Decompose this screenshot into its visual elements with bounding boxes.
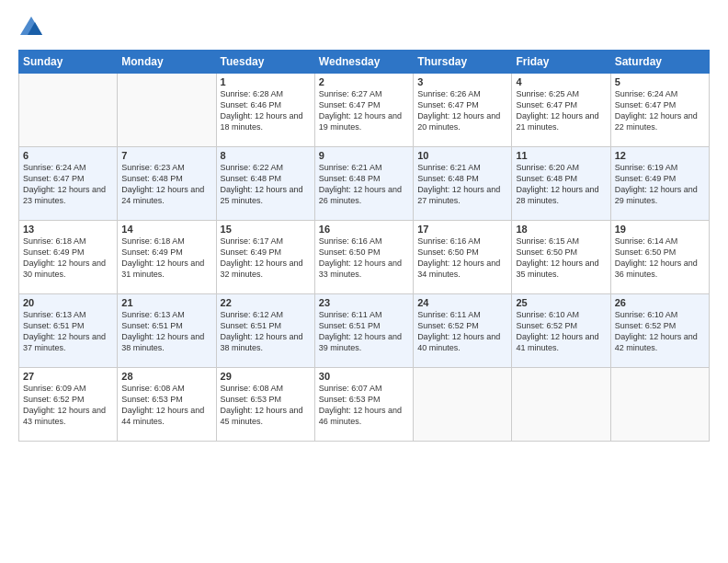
- day-cell: 28Sunrise: 6:08 AMSunset: 6:53 PMDayligh…: [118, 368, 216, 442]
- day-number: 21: [121, 297, 211, 308]
- day-cell: 1Sunrise: 6:28 AMSunset: 6:46 PMDaylight…: [216, 74, 314, 147]
- day-cell: 3Sunrise: 6:26 AMSunset: 6:47 PMDaylight…: [414, 74, 512, 147]
- day-number: 2: [319, 76, 409, 87]
- day-number: 29: [221, 371, 311, 382]
- day-info: Sunrise: 6:11 AMSunset: 6:51 PMDaylight:…: [319, 309, 409, 354]
- week-row-1: 1Sunrise: 6:28 AMSunset: 6:46 PMDaylight…: [19, 74, 710, 147]
- day-number: 26: [615, 297, 705, 308]
- day-cell: 12Sunrise: 6:19 AMSunset: 6:49 PMDayligh…: [610, 147, 709, 221]
- day-info: Sunrise: 6:20 AMSunset: 6:48 PMDaylight:…: [516, 162, 606, 207]
- day-cell: 10Sunrise: 6:21 AMSunset: 6:48 PMDayligh…: [414, 147, 512, 221]
- week-row-5: 27Sunrise: 6:09 AMSunset: 6:52 PMDayligh…: [19, 368, 710, 442]
- day-number: 6: [23, 150, 113, 161]
- day-info: Sunrise: 6:21 AMSunset: 6:48 PMDaylight:…: [417, 162, 507, 207]
- day-number: 14: [121, 224, 211, 235]
- week-row-3: 13Sunrise: 6:18 AMSunset: 6:49 PMDayligh…: [19, 221, 710, 294]
- day-number: 24: [417, 297, 507, 308]
- day-number: 12: [615, 150, 705, 161]
- day-header-saturday: Saturday: [610, 51, 709, 74]
- day-cell: 19Sunrise: 6:14 AMSunset: 6:50 PMDayligh…: [610, 221, 709, 294]
- day-cell: 29Sunrise: 6:08 AMSunset: 6:53 PMDayligh…: [216, 368, 314, 442]
- day-number: 17: [417, 224, 507, 235]
- day-number: 5: [615, 76, 705, 87]
- day-cell: 7Sunrise: 6:23 AMSunset: 6:48 PMDaylight…: [118, 147, 216, 221]
- day-header-tuesday: Tuesday: [216, 51, 314, 74]
- day-number: 7: [121, 150, 211, 161]
- header: [18, 15, 710, 40]
- day-info: Sunrise: 6:11 AMSunset: 6:52 PMDaylight:…: [417, 309, 507, 354]
- day-cell: 11Sunrise: 6:20 AMSunset: 6:48 PMDayligh…: [512, 147, 610, 221]
- day-cell: [414, 368, 512, 442]
- day-info: Sunrise: 6:13 AMSunset: 6:51 PMDaylight:…: [121, 309, 211, 354]
- day-info: Sunrise: 6:12 AMSunset: 6:51 PMDaylight:…: [221, 309, 311, 354]
- day-cell: 14Sunrise: 6:18 AMSunset: 6:49 PMDayligh…: [118, 221, 216, 294]
- week-row-4: 20Sunrise: 6:13 AMSunset: 6:51 PMDayligh…: [19, 294, 710, 368]
- day-cell: 26Sunrise: 6:10 AMSunset: 6:52 PMDayligh…: [610, 294, 709, 368]
- day-number: 11: [516, 150, 606, 161]
- day-number: 3: [417, 76, 507, 87]
- day-number: 8: [221, 150, 311, 161]
- day-number: 28: [121, 371, 211, 382]
- day-cell: 16Sunrise: 6:16 AMSunset: 6:50 PMDayligh…: [314, 221, 413, 294]
- day-info: Sunrise: 6:15 AMSunset: 6:50 PMDaylight:…: [516, 236, 606, 281]
- header-row: SundayMondayTuesdayWednesdayThursdayFrid…: [19, 51, 710, 74]
- day-number: 22: [221, 297, 311, 308]
- day-header-sunday: Sunday: [19, 51, 118, 74]
- day-info: Sunrise: 6:10 AMSunset: 6:52 PMDaylight:…: [516, 309, 606, 354]
- day-info: Sunrise: 6:10 AMSunset: 6:52 PMDaylight:…: [615, 309, 705, 354]
- logo: [18, 15, 48, 40]
- day-info: Sunrise: 6:16 AMSunset: 6:50 PMDaylight:…: [417, 236, 507, 281]
- day-cell: 22Sunrise: 6:12 AMSunset: 6:51 PMDayligh…: [216, 294, 314, 368]
- day-header-friday: Friday: [512, 51, 610, 74]
- day-number: 27: [23, 371, 113, 382]
- day-info: Sunrise: 6:14 AMSunset: 6:50 PMDaylight:…: [615, 236, 705, 281]
- day-cell: 24Sunrise: 6:11 AMSunset: 6:52 PMDayligh…: [414, 294, 512, 368]
- day-info: Sunrise: 6:28 AMSunset: 6:46 PMDaylight:…: [221, 88, 311, 133]
- day-header-monday: Monday: [118, 51, 216, 74]
- day-number: 1: [221, 76, 311, 87]
- day-cell: [512, 368, 610, 442]
- day-cell: [610, 368, 709, 442]
- day-info: Sunrise: 6:25 AMSunset: 6:47 PMDaylight:…: [516, 88, 606, 133]
- day-info: Sunrise: 6:24 AMSunset: 6:47 PMDaylight:…: [23, 162, 113, 207]
- day-number: 15: [221, 224, 311, 235]
- day-cell: 13Sunrise: 6:18 AMSunset: 6:49 PMDayligh…: [19, 221, 118, 294]
- day-number: 20: [23, 297, 113, 308]
- day-header-thursday: Thursday: [414, 51, 512, 74]
- day-cell: [19, 74, 118, 147]
- day-cell: 25Sunrise: 6:10 AMSunset: 6:52 PMDayligh…: [512, 294, 610, 368]
- day-number: 16: [319, 224, 409, 235]
- day-cell: 8Sunrise: 6:22 AMSunset: 6:48 PMDaylight…: [216, 147, 314, 221]
- day-info: Sunrise: 6:21 AMSunset: 6:48 PMDaylight:…: [319, 162, 409, 207]
- day-cell: 9Sunrise: 6:21 AMSunset: 6:48 PMDaylight…: [314, 147, 413, 221]
- day-number: 30: [319, 371, 409, 382]
- day-info: Sunrise: 6:16 AMSunset: 6:50 PMDaylight:…: [319, 236, 409, 281]
- calendar-body: 1Sunrise: 6:28 AMSunset: 6:46 PMDaylight…: [19, 74, 710, 442]
- day-number: 19: [615, 224, 705, 235]
- calendar-header: SundayMondayTuesdayWednesdayThursdayFrid…: [19, 51, 710, 74]
- day-info: Sunrise: 6:23 AMSunset: 6:48 PMDaylight:…: [121, 162, 211, 207]
- calendar-table: SundayMondayTuesdayWednesdayThursdayFrid…: [18, 50, 710, 442]
- day-info: Sunrise: 6:27 AMSunset: 6:47 PMDaylight:…: [319, 88, 409, 133]
- day-info: Sunrise: 6:18 AMSunset: 6:49 PMDaylight:…: [23, 236, 113, 281]
- day-info: Sunrise: 6:13 AMSunset: 6:51 PMDaylight:…: [23, 309, 113, 354]
- day-info: Sunrise: 6:08 AMSunset: 6:53 PMDaylight:…: [221, 383, 311, 428]
- day-info: Sunrise: 6:08 AMSunset: 6:53 PMDaylight:…: [121, 383, 211, 428]
- day-info: Sunrise: 6:07 AMSunset: 6:53 PMDaylight:…: [319, 383, 409, 428]
- day-cell: 30Sunrise: 6:07 AMSunset: 6:53 PMDayligh…: [314, 368, 413, 442]
- calendar-page: SundayMondayTuesdayWednesdayThursdayFrid…: [0, 0, 728, 563]
- day-info: Sunrise: 6:18 AMSunset: 6:49 PMDaylight:…: [121, 236, 211, 281]
- day-cell: 18Sunrise: 6:15 AMSunset: 6:50 PMDayligh…: [512, 221, 610, 294]
- day-info: Sunrise: 6:26 AMSunset: 6:47 PMDaylight:…: [417, 88, 507, 133]
- day-info: Sunrise: 6:09 AMSunset: 6:52 PMDaylight:…: [23, 383, 113, 428]
- day-cell: 17Sunrise: 6:16 AMSunset: 6:50 PMDayligh…: [414, 221, 512, 294]
- day-header-wednesday: Wednesday: [314, 51, 413, 74]
- day-number: 10: [417, 150, 507, 161]
- day-cell: 2Sunrise: 6:27 AMSunset: 6:47 PMDaylight…: [314, 74, 413, 147]
- day-number: 9: [319, 150, 409, 161]
- day-info: Sunrise: 6:22 AMSunset: 6:48 PMDaylight:…: [221, 162, 311, 207]
- week-row-2: 6Sunrise: 6:24 AMSunset: 6:47 PMDaylight…: [19, 147, 710, 221]
- day-info: Sunrise: 6:17 AMSunset: 6:49 PMDaylight:…: [221, 236, 311, 281]
- day-cell: 15Sunrise: 6:17 AMSunset: 6:49 PMDayligh…: [216, 221, 314, 294]
- day-number: 18: [516, 224, 606, 235]
